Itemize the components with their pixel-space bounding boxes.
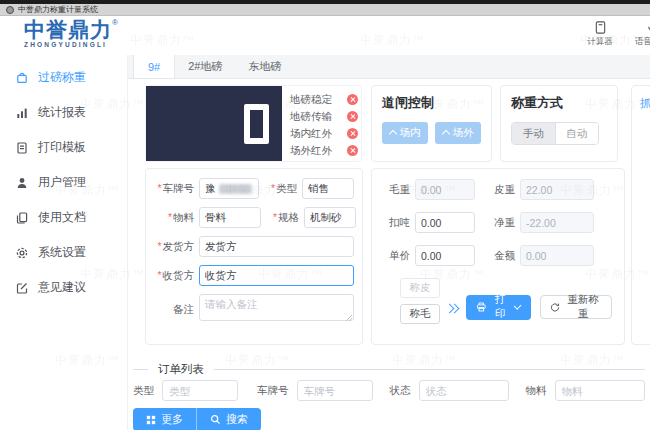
order-form-panel: *车牌号 豫 *类型 *物料 *规格 *发货方 *收货方 [145,168,363,345]
edit-feedback-icon [15,281,29,295]
required-mark: * [273,211,277,223]
calculator-label: 计算器 [578,36,622,48]
sidebar-item-weighing[interactable]: 过磅称重 [0,60,127,95]
chevron-up-icon [441,130,449,138]
remark-textarea[interactable] [199,294,354,321]
filter-material-input[interactable] [555,380,645,401]
mode-auto-option[interactable]: 自动 [555,123,599,144]
sidebar-item-feedback[interactable]: 意见建议 [0,270,127,305]
voice-label: 语音播报 [630,36,650,48]
weigh-actions: 称皮 称毛 打印 重新称重 [384,278,612,324]
price-label: 单价 [384,249,410,263]
status-label: 场内红外 [290,127,338,141]
amount-input [520,245,594,266]
sidebar-item-users[interactable]: 用户管理 [0,165,127,200]
weights-row: 扣吨 净重 [384,212,612,233]
sender-input[interactable] [199,236,354,257]
orders-divider-label: 订单列表 [148,362,214,377]
filter-type-input[interactable] [162,380,238,401]
tab-scale-east[interactable]: 东地磅 [236,55,295,78]
status-row: 地磅传输 [290,108,358,125]
reweigh-label: 重新称重 [564,293,602,321]
reweigh-button[interactable]: 重新称重 [540,295,612,319]
weigh-tare-button[interactable]: 称皮 [400,278,440,298]
sidebar-item-print-template[interactable]: 打印模板 [0,130,127,165]
price-input[interactable] [415,245,475,266]
copy-docs-icon [15,211,29,225]
spec-label-text: 规格 [278,211,299,223]
plate-input[interactable]: 豫 [199,178,259,199]
print-label: 打印 [491,293,510,321]
app-window: { "window": { "title": "中誉鼎力称重计量系统" }, "… [0,0,650,430]
more-button[interactable]: 更多 [133,408,196,430]
required-mark: * [168,211,172,223]
sidebar-item-docs[interactable]: 使用文档 [0,200,127,235]
more-label: 更多 [161,412,183,427]
status-error-icon [347,128,358,139]
tab-scale-2[interactable]: 2#地磅 [175,55,235,78]
type-input[interactable] [302,178,354,199]
mode-manual-option[interactable]: 手动 [512,123,555,144]
weigh-gross-button[interactable]: 称毛 [400,304,440,324]
type-label: *类型 [267,182,297,196]
plate-value: 豫 [205,182,216,196]
voice-tool[interactable]: 语音播报 [630,21,650,48]
remark-label: 备注 [154,303,194,317]
form-row: *发货方 [154,236,354,257]
remark-label-text: 备注 [173,303,194,315]
status-label: 地磅传输 [290,110,338,124]
sidebar-item-settings[interactable]: 系统设置 [0,235,127,270]
sidebar-item-reports[interactable]: 统计报表 [0,95,127,130]
sidebar-item-label: 使用文档 [38,209,86,226]
weighing-content: 地磅稳定 地磅传输 场内红外 场外红外 道闸控制 [128,79,650,430]
sidebar-item-label: 过磅称重 [38,69,86,86]
status-label: 场外红外 [290,144,338,158]
mode-auto-label: 自动 [566,127,587,141]
plate-label: *车牌号 [154,182,194,196]
tab-scale-9[interactable]: 9# [133,55,175,78]
form-row: *收货方 [154,265,354,286]
receiver-input[interactable] [199,265,354,286]
search-button[interactable]: 搜索 [196,408,261,430]
spec-input[interactable] [304,207,356,228]
calculator-tool[interactable]: 计算器 [578,21,622,48]
plate-label-text: 车牌号 [163,182,195,194]
material-input[interactable] [199,207,261,228]
orders-actions: 更多 搜索 [133,408,261,430]
filter-plate-input[interactable] [297,380,373,401]
sidebar-item-label: 系统设置 [38,244,86,261]
net-input [520,212,594,233]
mode-panel-title: 称重方式 [511,94,607,112]
print-button[interactable]: 打印 [466,295,531,320]
weights-panel: 毛重 皮重 扣吨 净重 单价 金额 称皮 称毛 [371,168,625,345]
gate-outside-label: 场外 [453,126,474,140]
required-mark: * [157,182,161,194]
app-header: 中誉鼎力® ZHONGYUDINGLI 计算器 语音播报 [0,16,650,55]
material-label-text: 物料 [173,211,194,223]
capture-title[interactable]: 抓拍 [640,97,650,109]
filter-plate-label: 车牌号 [257,384,289,398]
redacted-plate-text [219,184,252,194]
spec-label: *规格 [269,211,299,225]
net-label: 净重 [489,216,515,230]
required-mark: * [157,240,161,252]
orders-divider: 订单列表 [133,362,645,377]
gross-input [415,179,475,200]
search-icon [210,414,221,425]
sidebar-nav: 过磅称重 统计报表 打印模板 用户管理 使用文档 系统设置 意见建议 [0,55,128,430]
filter-status-input[interactable] [419,380,509,401]
sender-label: *发货方 [154,240,194,254]
type-label-text: 类型 [276,182,297,194]
gate-outside-button[interactable]: 场外 [435,122,481,144]
status-row: 场外红外 [290,142,358,159]
gate-inside-button[interactable]: 场内 [382,122,428,144]
divider-line [133,369,148,370]
tab-label: 东地磅 [249,59,282,74]
deduct-input[interactable] [415,212,475,233]
gate-control-panel: 道闸控制 场内 场外 [371,85,492,162]
form-row: 备注 [154,294,354,325]
amount-label: 金额 [489,249,515,263]
sidebar-item-label: 统计报表 [38,104,86,121]
document-icon [15,141,29,155]
brand-logo: 中誉鼎力® ZHONGYUDINGLI [24,19,118,49]
